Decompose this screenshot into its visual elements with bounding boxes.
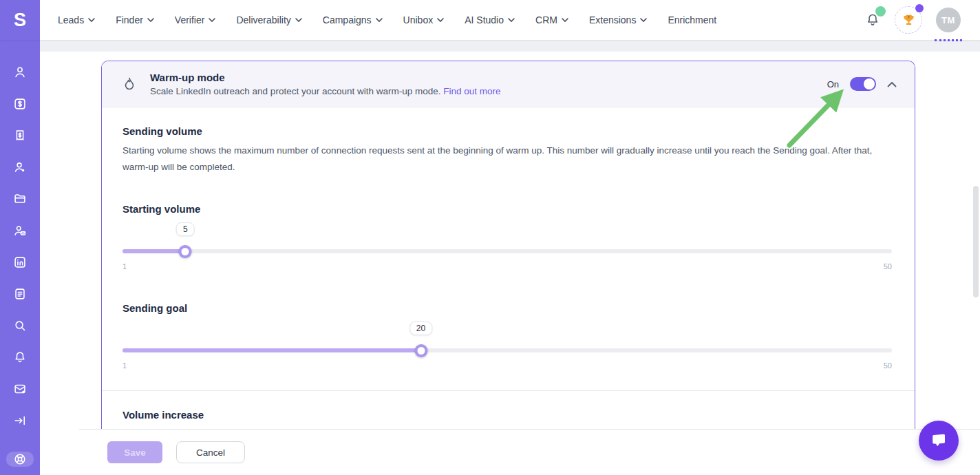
account-menu[interactable]: TM <box>936 8 961 32</box>
app-logo[interactable]: S <box>0 0 40 40</box>
toggle-knob <box>864 78 875 89</box>
form-actions: Save Cancel <box>107 441 245 463</box>
warmup-title: Warm-up mode <box>150 72 501 83</box>
chevron-down-icon <box>376 18 383 22</box>
sidebar-help-button[interactable] <box>6 452 34 467</box>
sending-volume-description: Starting volume shows the maximum number… <box>122 142 892 176</box>
page-background-band <box>40 40 980 52</box>
search-icon <box>12 318 28 333</box>
sending-volume-section: Sending volume Starting volume shows the… <box>122 125 892 176</box>
chevron-down-icon <box>640 18 647 22</box>
slider-thumb[interactable] <box>179 245 192 258</box>
slider-fill <box>122 249 185 253</box>
nav-item-campaigns[interactable]: Campaigns <box>323 14 383 25</box>
chevron-down-icon <box>295 18 302 22</box>
mail-dot-icon <box>12 381 28 397</box>
warmup-toggle[interactable] <box>850 77 876 91</box>
cancel-button[interactable]: Cancel <box>176 441 245 463</box>
volume-increase-section: Volume increase Number of Connection req… <box>122 409 892 429</box>
sidebar-item-forms[interactable] <box>12 286 28 302</box>
find-out-more-link[interactable]: Find out more <box>443 86 500 96</box>
chevron-down-icon <box>147 18 154 22</box>
slider-min-label: 1 <box>122 262 127 271</box>
sidebar-collapse-button[interactable] <box>12 413 28 428</box>
bell-icon <box>12 350 28 365</box>
chevron-down-icon <box>562 18 568 22</box>
nav-item-enrichment[interactable]: Enrichment <box>668 14 716 25</box>
sending-goal-heading: Sending goal <box>122 302 892 314</box>
folder-icon <box>12 191 28 207</box>
warmup-panel-header: Warm-up mode Scale LinkedIn outreach and… <box>102 61 915 107</box>
user-mail-icon <box>12 223 28 238</box>
vertical-scrollbar-thumb[interactable] <box>973 186 979 297</box>
sending-volume-heading: Sending volume <box>122 125 892 137</box>
slider-min-label: 1 <box>122 361 127 370</box>
collapse-section-chevron-up-icon[interactable] <box>887 81 897 87</box>
notifications-button[interactable] <box>864 12 881 28</box>
sidebar-item-billing[interactable] <box>12 96 28 112</box>
warmup-mode-panel: Warm-up mode Scale LinkedIn outreach and… <box>101 61 915 429</box>
sending-goal-slider[interactable]: 20 <box>122 344 892 357</box>
collapse-panel-icon <box>12 413 28 428</box>
topbar-right-cluster: TM <box>864 6 961 34</box>
avatar: TM <box>936 8 961 32</box>
slider-max-label: 50 <box>884 262 892 271</box>
main-menu: Leads Finder Verifier Deliverability Cam… <box>58 14 716 25</box>
slider-thumb[interactable] <box>414 344 427 357</box>
sidebar <box>0 40 40 475</box>
chat-widget-button[interactable] <box>919 421 959 461</box>
starting-volume-section: Starting volume 5 1 50 <box>122 203 892 271</box>
starting-volume-slider[interactable]: 5 <box>122 245 892 257</box>
nav-item-leads[interactable]: Leads <box>58 14 95 25</box>
chevron-down-icon <box>508 18 515 22</box>
sidebar-item-prospects[interactable] <box>12 160 28 175</box>
avatar-active-indicator <box>935 39 962 41</box>
sending-goal-section: Sending goal 20 1 50 <box>122 302 892 370</box>
receipt-icon <box>12 128 28 143</box>
toggle-on-label: On <box>827 79 839 89</box>
lifebuoy-icon <box>12 452 28 467</box>
chevron-down-icon <box>209 18 215 22</box>
sidebar-item-user[interactable] <box>12 65 28 80</box>
nav-item-extensions[interactable]: Extensions <box>589 14 647 25</box>
sidebar-item-inbox[interactable] <box>12 381 28 397</box>
user-plus-icon <box>12 160 28 175</box>
sidebar-item-notifications[interactable] <box>12 350 28 365</box>
document-icon <box>12 286 28 302</box>
sidebar-item-sender-accounts[interactable] <box>12 223 28 238</box>
linkedin-icon <box>12 255 28 270</box>
chevron-down-icon <box>437 18 444 22</box>
chevron-down-icon <box>88 18 95 22</box>
section-divider <box>102 390 915 391</box>
slider-max-label: 50 <box>884 361 892 370</box>
top-navigation: S Leads Finder Verifier Deliverability C… <box>0 0 980 40</box>
warmup-header-controls: On <box>827 77 897 91</box>
billing-dollar-icon <box>12 96 28 112</box>
content-bottom-divider <box>79 429 980 430</box>
slider-track[interactable] <box>122 249 892 253</box>
trophy-icon <box>902 13 916 28</box>
nav-item-unibox[interactable]: Unibox <box>403 14 445 25</box>
nav-item-verifier[interactable]: Verifier <box>175 14 216 25</box>
slider-fill <box>122 348 421 352</box>
sidebar-item-lists[interactable] <box>12 191 28 207</box>
warmup-panel-body: Sending volume Starting volume shows the… <box>102 107 915 429</box>
volume-increase-heading: Volume increase <box>122 409 892 421</box>
warmup-subtitle: Scale LinkedIn outreach and protect your… <box>150 86 501 96</box>
save-button[interactable]: Save <box>107 441 162 463</box>
nav-item-crm[interactable]: CRM <box>535 14 568 25</box>
user-icon <box>12 65 28 80</box>
nav-item-finder[interactable]: Finder <box>116 14 154 25</box>
achievements-button[interactable] <box>895 6 922 34</box>
nav-item-deliverability[interactable]: Deliverability <box>236 14 301 25</box>
slider-value-bubble: 20 <box>409 321 432 335</box>
slider-value-bubble: 5 <box>176 222 195 236</box>
sidebar-item-receipts[interactable] <box>12 128 28 143</box>
warmup-header-text: Warm-up mode Scale LinkedIn outreach and… <box>150 72 501 96</box>
notification-status-dot <box>875 6 886 17</box>
sidebar-item-search[interactable] <box>12 318 28 333</box>
nav-item-ai-studio[interactable]: AI Studio <box>465 14 515 25</box>
starting-volume-heading: Starting volume <box>122 203 892 215</box>
sidebar-item-linkedin[interactable] <box>12 255 28 270</box>
sending-goal-range-labels: 1 50 <box>122 361 892 370</box>
